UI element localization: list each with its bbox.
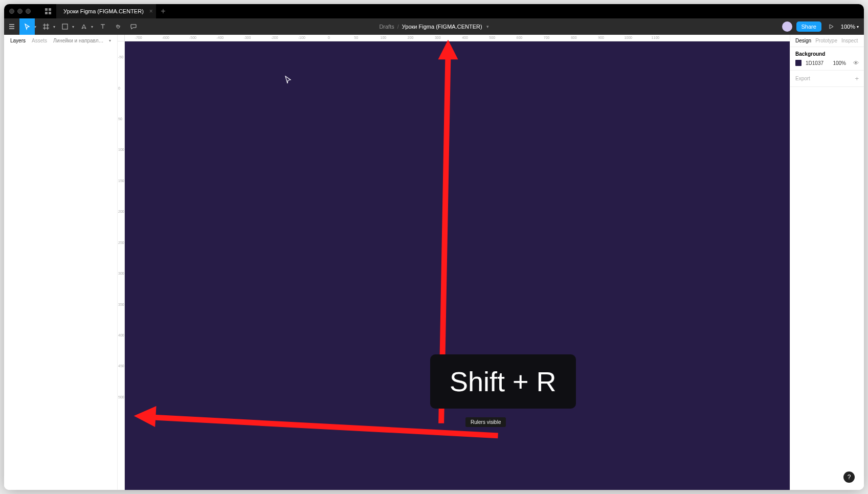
export-add-icon[interactable]: + <box>855 75 859 82</box>
ruler-tick: 500 <box>118 395 124 398</box>
svg-rect-1 <box>49 8 51 11</box>
minimize-window-dot[interactable] <box>17 9 23 14</box>
ruler-tick: 900 <box>598 36 604 39</box>
ruler-tick: 300 <box>118 272 124 275</box>
ruler-tick: 1000 <box>624 36 632 39</box>
ruler-tick: 50 <box>354 36 358 39</box>
frame-tool-button[interactable] <box>38 18 54 35</box>
ruler-tick: 0 <box>328 36 330 39</box>
left-panel-tabs: Layers Assets Линейки и направляющие (вк… <box>4 35 117 47</box>
user-avatar[interactable] <box>782 21 792 32</box>
home-button[interactable] <box>41 4 55 18</box>
ruler-tick: 150 <box>118 178 124 182</box>
ruler-tick: -600 <box>162 36 169 39</box>
main-menu-button[interactable] <box>4 18 19 35</box>
tab-design[interactable]: Design <box>795 38 811 43</box>
tab-prototype[interactable]: Prototype <box>815 38 837 43</box>
background-swatch[interactable] <box>795 60 802 66</box>
shape-tool-button[interactable] <box>57 18 73 35</box>
ruler-tick: 250 <box>118 240 124 244</box>
background-hex[interactable]: 1D1037 <box>806 60 824 66</box>
toolbar: ▾ ▾ ▾ ▾ Drafts / <box>4 18 864 35</box>
ruler-tick: 1100 <box>652 36 660 39</box>
file-tab-title: Уроки Figma (FIGMA.CENTER) <box>63 8 144 14</box>
tab-assets[interactable]: Assets <box>32 38 47 43</box>
ruler-tick: 300 <box>435 36 441 39</box>
export-section: Export + <box>790 71 864 87</box>
breadcrumb-separator: / <box>397 24 399 30</box>
toolbar-right-group: Share 100% ▾ <box>782 18 864 35</box>
close-tab-icon[interactable]: × <box>149 8 153 14</box>
right-panel: Design Prototype Inspect Background 1D10… <box>790 35 864 490</box>
zoom-value: 100% <box>841 24 855 30</box>
visibility-toggle-icon[interactable]: 👁 <box>853 60 859 66</box>
breadcrumb-file[interactable]: Уроки Figma (FIGMA.CENTER) <box>402 24 482 30</box>
maximize-window-dot[interactable] <box>26 9 31 14</box>
background-label: Background <box>795 51 859 57</box>
close-window-dot[interactable] <box>9 9 14 14</box>
present-button[interactable] <box>826 18 837 35</box>
ruler-tick: -300 <box>243 36 251 39</box>
background-section: Background 1D1037 100% 👁 <box>790 47 864 71</box>
ruler-tick: 500 <box>489 36 495 39</box>
ruler-tick: 200 <box>118 210 124 213</box>
breadcrumb-drafts[interactable]: Drafts <box>379 24 394 30</box>
ruler-tick: -100 <box>298 36 305 39</box>
ruler-tick: 350 <box>118 302 124 306</box>
tab-layers[interactable]: Layers <box>10 38 26 43</box>
pen-tool-button[interactable] <box>76 18 92 35</box>
toolbar-left-group: ▾ ▾ ▾ ▾ <box>4 18 141 35</box>
tab-inspect[interactable]: Inspect <box>841 38 858 43</box>
breadcrumb-dropdown-icon[interactable]: ▾ <box>486 24 489 29</box>
window-controls[interactable] <box>4 9 31 14</box>
cursor-icon <box>285 76 292 86</box>
comment-tool-button[interactable] <box>126 18 141 35</box>
app-window: Уроки Figma (FIGMA.CENTER) × + ▾ ▾ ▾ <box>4 4 864 490</box>
left-panel: Layers Assets Линейки и направляющие (вк… <box>4 35 118 490</box>
ruler-horizontal[interactable]: -700-600-500-400-300-200-100050100200300… <box>125 35 790 41</box>
help-button[interactable]: ? <box>843 471 855 483</box>
page-selector[interactable]: Линейки и направляющие (включе... <box>53 38 106 43</box>
share-button[interactable]: Share <box>796 21 821 32</box>
page-dropdown-icon[interactable]: ▾ <box>109 38 111 43</box>
ruler-corner <box>118 35 125 41</box>
export-label[interactable]: Export <box>795 76 810 81</box>
svg-rect-0 <box>45 8 48 11</box>
ruler-tick: -200 <box>271 36 278 39</box>
ruler-tick: -700 <box>135 36 142 39</box>
hand-tool-button[interactable] <box>110 18 126 35</box>
ruler-tick: 200 <box>408 36 414 39</box>
ruler-tick: 400 <box>462 36 468 39</box>
canvas-area[interactable]: -700-600-500-400-300-200-100050100200300… <box>118 35 790 490</box>
titlebar: Уроки Figma (FIGMA.CENTER) × + <box>4 4 864 18</box>
background-row: 1D1037 100% 👁 <box>795 60 859 66</box>
add-tab-button[interactable]: + <box>156 4 170 18</box>
svg-rect-3 <box>49 12 51 14</box>
move-tool-button[interactable] <box>19 18 35 35</box>
ruler-tick: 450 <box>118 364 124 368</box>
ruler-tick: 0 <box>118 86 120 89</box>
svg-rect-11 <box>62 24 68 29</box>
ruler-tick: -500 <box>189 36 196 39</box>
ruler-tick: 100 <box>118 148 124 151</box>
ruler-tick: 100 <box>381 36 387 39</box>
zoom-menu[interactable]: 100% ▾ <box>841 24 859 30</box>
canvas-background[interactable] <box>125 41 790 490</box>
zoom-dropdown-icon: ▾ <box>857 25 859 29</box>
ruler-tick: 600 <box>517 36 523 39</box>
breadcrumb: Drafts / Уроки Figma (FIGMA.CENTER) ▾ <box>379 24 488 30</box>
right-panel-tabs: Design Prototype Inspect <box>790 35 864 47</box>
ruler-vertical[interactable]: -50050100150200250300350400450500 <box>118 41 125 490</box>
ruler-tick: 400 <box>118 333 124 336</box>
ruler-tick: 800 <box>571 36 577 39</box>
ruler-tick: -50 <box>118 55 123 59</box>
file-tab[interactable]: Уроки Figma (FIGMA.CENTER) × <box>56 4 156 18</box>
main-body: Layers Assets Линейки и направляющие (вк… <box>4 35 864 490</box>
ruler-tick: -400 <box>216 36 224 39</box>
ruler-tick: 50 <box>118 117 122 121</box>
ruler-tick: 700 <box>544 36 550 39</box>
background-opacity[interactable]: 100% <box>833 60 846 66</box>
text-tool-button[interactable] <box>95 18 110 35</box>
svg-rect-2 <box>45 12 48 14</box>
